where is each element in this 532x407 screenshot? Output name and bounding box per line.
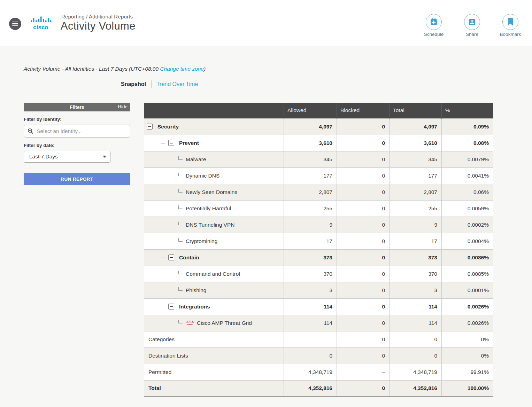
tree-elbow-icon (178, 287, 183, 291)
cell-total: 3,610 (390, 135, 442, 151)
col-percent: % (442, 103, 493, 118)
tree-elbow-icon (161, 140, 165, 143)
cell-blocked: 0 (337, 347, 390, 364)
svg-text:cisco: cisco (187, 323, 193, 326)
tab-divider (151, 80, 152, 88)
filters-header-bar: Filters Hide (24, 103, 130, 111)
tree-elbow-icon (178, 320, 183, 323)
cell-percent: 0.0041% (442, 167, 493, 184)
cell-blocked: 0 (337, 266, 390, 282)
date-range-select[interactable]: Last 7 Days (24, 151, 110, 163)
cell-blocked: 0 (337, 298, 390, 315)
table-row: Prevent3,61003,6100.08% (144, 135, 493, 151)
table-row: Newly Seen Domains2,80702,8070.06% (144, 184, 493, 200)
tab-snapshot[interactable]: Snapshot (121, 81, 146, 87)
cell-total: 370 (390, 266, 442, 282)
cell-allowed: 4,348,719 (284, 364, 337, 380)
cell-percent: 0.0059% (442, 200, 493, 217)
run-report-button[interactable]: RUN REPORT (24, 173, 130, 185)
collapse-toggle[interactable] (147, 124, 153, 130)
bookmark-button[interactable]: Bookmark (498, 14, 523, 37)
cell-allowed: 114 (284, 298, 337, 315)
schedule-button[interactable]: Schedule (421, 14, 446, 37)
cell-percent: 100.00% (442, 380, 493, 397)
hamburger-menu-icon[interactable] (9, 18, 21, 30)
cell-blocked: 0 (337, 135, 390, 151)
date-range-value: Last 7 Days (29, 154, 58, 160)
table-row: Cryptomining170170.0004% (144, 233, 493, 249)
table-row: Integrations11401140.0026% (144, 298, 493, 315)
cell-percent: 0% (442, 347, 493, 364)
filters-hide-button[interactable]: Hide (118, 104, 128, 109)
cisco-logo-red-icon: cisco (186, 320, 194, 326)
subtitle-suffix: ) (204, 66, 206, 72)
cell-total: 114 (390, 315, 442, 331)
tab-trend-over-time[interactable]: Trend Over Time (156, 81, 198, 87)
row-label: Potentially Harmful (186, 205, 231, 212)
identity-search-input[interactable] (24, 125, 130, 138)
row-label: Permitted (148, 369, 171, 375)
row-label: Total (148, 385, 161, 391)
cell-percent: 0.0002% (442, 217, 493, 233)
table-row: ciscoCisco AMP Threat Grid11401140.0026% (144, 315, 493, 331)
breadcrumb[interactable]: Reporting / Additional Reports (61, 14, 133, 19)
table-row: Dynamic DNS17701770.0041% (144, 167, 493, 184)
collapse-toggle[interactable] (168, 255, 174, 260)
cell-percent: 99.91% (442, 364, 493, 380)
col-allowed: Allowed (284, 103, 337, 118)
report-table: Allowed Blocked Total % Security4,09704,… (144, 103, 493, 397)
cell-percent: 0.0086% (442, 249, 493, 266)
cell-percent: 0.0079% (442, 151, 493, 167)
chevron-down-icon (103, 156, 106, 158)
tree-elbow-icon (178, 189, 183, 193)
cell-total: 255 (390, 200, 442, 217)
cell-total: 3 (390, 282, 442, 298)
schedule-calendar-plus-icon (426, 14, 442, 30)
cell-blocked: 0 (337, 233, 390, 249)
cell-blocked: 0 (337, 249, 390, 266)
filters-title: Filters (70, 104, 84, 110)
row-label: Security (157, 124, 179, 130)
table-row: Security4,09704,0970.09% (144, 118, 493, 135)
cell-total: 0 (390, 347, 442, 364)
cell-percent: 0.0085% (442, 266, 493, 282)
cell-blocked: 0 (337, 200, 390, 217)
subtitle-text: Activity Volume - All Identities - Last … (24, 66, 160, 72)
cell-total: 177 (390, 167, 442, 184)
tree-elbow-icon (178, 205, 183, 209)
cell-allowed: 373 (284, 249, 337, 266)
cell-percent: 0.0004% (442, 233, 493, 249)
tree-elbow-icon (178, 238, 183, 242)
cell-total: 4,352,816 (390, 380, 442, 397)
cell-percent: 0.06% (442, 184, 493, 200)
cell-allowed: 4,097 (284, 118, 337, 135)
cell-allowed: 370 (284, 266, 337, 282)
cell-blocked: 0 (337, 184, 390, 200)
cell-allowed: 345 (284, 151, 337, 167)
collapse-toggle[interactable] (168, 140, 174, 146)
cell-allowed: 3 (284, 282, 337, 298)
share-button[interactable]: Share (460, 14, 485, 37)
cell-allowed: 114 (284, 315, 337, 331)
top-header: cisco Reporting / Additional Reports Act… (0, 0, 532, 46)
row-label: DNS Tunneling VPN (186, 222, 234, 228)
cell-blocked: 0 (337, 331, 390, 347)
table-row: Malware34503450.0079% (144, 151, 493, 167)
cell-percent: 0% (442, 331, 493, 347)
collapse-toggle[interactable] (168, 304, 174, 310)
row-label: Destination Lists (148, 353, 188, 359)
row-label: Newly Seen Domains (186, 189, 237, 195)
table-row: Contain37303730.0086% (144, 249, 493, 266)
col-blocked: Blocked (337, 103, 390, 118)
table-row: Permitted4,348,719–4,348,71999.91% (144, 364, 493, 380)
cell-percent: 0.08% (442, 135, 493, 151)
cell-total: 9 (390, 217, 442, 233)
filters-panel: Filters Hide Filter by Identity: Filter … (24, 103, 130, 185)
cell-blocked: 0 (337, 315, 390, 331)
row-label: Malware (186, 156, 206, 163)
cell-allowed: 3,610 (284, 135, 337, 151)
filter-date-label: Filter by date: (24, 143, 130, 148)
change-timezone-link[interactable]: Change time zone (160, 66, 204, 72)
cell-blocked: – (337, 364, 390, 380)
table-row: Destination Lists0000% (144, 347, 493, 364)
